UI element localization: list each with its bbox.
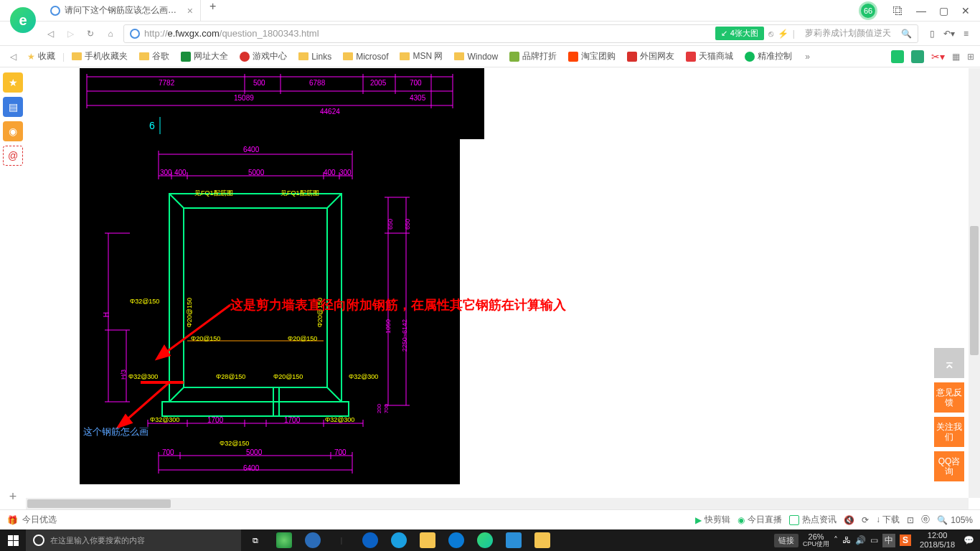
maximize-icon[interactable]: ▢: [939, 5, 948, 17]
accelerator-badge[interactable]: 66: [859, 1, 877, 20]
tray-clock[interactable]: 12:002018/5/18: [915, 531, 959, 550]
ext-net-icon[interactable]: ▦: [952, 52, 960, 62]
app-edge[interactable]: [356, 529, 385, 551]
tray-batt-icon[interactable]: ▭: [870, 535, 878, 545]
scroll-top-button[interactable]: ⌅: [934, 348, 964, 378]
app-360b[interactable]: [471, 529, 499, 551]
side-panel: ★ ▤ ◉ @: [0, 68, 26, 170]
tray-up-icon[interactable]: ˄: [834, 535, 838, 545]
bookbar-left-icon[interactable]: ◁: [6, 50, 20, 64]
status-live[interactable]: ◉今日直播: [738, 514, 782, 526]
tab-close-icon[interactable]: ×: [187, 5, 193, 17]
dim: 400: [174, 169, 187, 176]
tray-sogou[interactable]: S: [900, 534, 911, 546]
search-icon[interactable]: 🔍: [901, 29, 912, 39]
bm-tmall[interactable]: 天猫商城: [682, 50, 738, 62]
scrollbar-vertical[interactable]: [969, 68, 980, 498]
window-menu-icon[interactable]: ⿻: [893, 5, 903, 17]
taskbar-search[interactable]: 在这里输入你要搜索的内容: [26, 529, 241, 551]
status-pip-icon[interactable]: ⊡: [907, 515, 914, 525]
reload-button[interactable]: ↻: [83, 27, 98, 41]
bm-sites[interactable]: 网址大全: [176, 50, 232, 62]
bm-links[interactable]: Links: [294, 52, 336, 62]
app-ie[interactable]: [298, 529, 327, 551]
app-notes[interactable]: [528, 529, 557, 551]
dim: 6788: [309, 79, 325, 87]
rebar: Φ20@150: [186, 298, 193, 327]
new-tab-button[interactable]: +: [201, 0, 225, 22]
app-blue[interactable]: [499, 529, 528, 551]
forward-button[interactable]: ▷: [63, 27, 77, 41]
panel-news-icon[interactable]: ▤: [3, 97, 23, 117]
bm-brand[interactable]: 品牌打折: [505, 50, 561, 62]
back-button[interactable]: ◁: [43, 27, 57, 41]
add-panel-button[interactable]: +: [4, 488, 22, 505]
tab-active[interactable]: 请问下这个钢筋应该怎么画？_广 ×: [43, 0, 201, 22]
ext-grid-icon[interactable]: ⊞: [967, 52, 974, 62]
ext-account-icon[interactable]: [911, 50, 924, 63]
bookbar-right: ✂▾ ▦ ⊞: [891, 50, 974, 63]
dim: 5000: [246, 448, 262, 456]
screenshot-icon[interactable]: ✂▾: [931, 51, 945, 62]
panel-weibo-icon[interactable]: ◉: [3, 121, 23, 141]
url-text: http://e.fwxgx.com/question_1800343.html: [144, 28, 711, 39]
tray-net-icon[interactable]: 🖧: [842, 535, 851, 545]
undo-icon[interactable]: ↶▾: [943, 29, 955, 39]
search-hint[interactable]: 萝莉养成计划颜值逆天: [799, 27, 897, 39]
app-ie2[interactable]: [385, 529, 413, 551]
app-taskview[interactable]: ⧉: [241, 529, 270, 551]
browser-logo[interactable]: e: [10, 7, 36, 33]
feedback-button[interactable]: 意见反馈: [934, 382, 964, 413]
qq-consult-button[interactable]: QQ咨询: [934, 451, 964, 481]
status-ie-icon[interactable]: ⓔ: [921, 514, 930, 526]
follow-button[interactable]: 关注我们: [934, 417, 964, 447]
reader-icon[interactable]: ▯: [930, 29, 935, 39]
dim: 300: [339, 169, 352, 176]
status-download[interactable]: ↓ 下载: [876, 514, 900, 526]
image-count-badge[interactable]: ↙ 4张大图: [715, 27, 764, 40]
bookmarks-bar: ◁ ★收藏 | 手机收藏夹 谷歌 网址大全 游戏中心 Links Microso…: [0, 46, 980, 67]
tray-link[interactable]: 链接: [774, 534, 798, 547]
start-button[interactable]: [0, 529, 26, 551]
bm-window[interactable]: Window: [450, 52, 502, 62]
bm-google[interactable]: 谷歌: [135, 50, 174, 62]
status-promo[interactable]: 🎁 今日优选: [7, 514, 57, 526]
status-news[interactable]: 热点资讯: [789, 514, 837, 526]
panel-at-icon[interactable]: @: [3, 146, 23, 166]
tray-notif-icon[interactable]: 💬: [963, 535, 974, 545]
app-360[interactable]: [270, 529, 298, 551]
close-window-icon[interactable]: ✕: [961, 5, 970, 17]
bm-precise[interactable]: 精准控制: [740, 50, 796, 62]
site-icon: [130, 29, 140, 39]
ext-shield-icon[interactable]: [891, 50, 904, 63]
status-mute-icon[interactable]: 🔇: [844, 515, 854, 525]
bm-games[interactable]: 游戏中心: [235, 50, 291, 62]
panel-favorites-icon[interactable]: ★: [3, 72, 23, 93]
favorites-button[interactable]: ★收藏: [23, 50, 60, 62]
minimize-icon[interactable]: —: [916, 5, 926, 17]
float-buttons: ⌅ 意见反馈 关注我们 QQ咨询: [934, 348, 964, 481]
scrollbar-horizontal[interactable]: [26, 498, 969, 509]
app-q[interactable]: [442, 529, 471, 551]
tray-cpu[interactable]: 26%CPU使用: [803, 532, 829, 548]
share-icon[interactable]: ⎋: [768, 29, 773, 39]
tab-strip: 请问下这个钢筋应该怎么画？_广 × +: [43, 0, 859, 22]
bm-msn[interactable]: MSN 网: [395, 50, 447, 62]
app-explorer[interactable]: [413, 529, 442, 551]
menu-icon[interactable]: ≡: [963, 29, 969, 39]
status-zoom[interactable]: 🔍 105%: [937, 515, 973, 525]
tray-vol-icon[interactable]: 🔊: [855, 535, 866, 545]
home-button[interactable]: ⌂: [103, 27, 118, 41]
speed-icon[interactable]: ⚡: [778, 29, 788, 39]
bm-foreign[interactable]: 外国网友: [623, 50, 679, 62]
status-refresh-icon[interactable]: ⟳: [862, 515, 869, 525]
bookbar-more-icon[interactable]: »: [799, 52, 816, 62]
dim: 650: [404, 219, 411, 230]
tray-ime[interactable]: 中: [882, 534, 895, 547]
bm-taobao[interactable]: 淘宝团购: [564, 50, 620, 62]
bm-ms[interactable]: Microsof: [339, 52, 392, 62]
bm-mobile[interactable]: 手机收藏夹: [67, 50, 132, 62]
cad-canvas-ext: [460, 68, 484, 139]
status-clip[interactable]: ▶快剪辑: [695, 514, 730, 526]
url-box[interactable]: http://e.fwxgx.com/question_1800343.html…: [123, 24, 918, 43]
